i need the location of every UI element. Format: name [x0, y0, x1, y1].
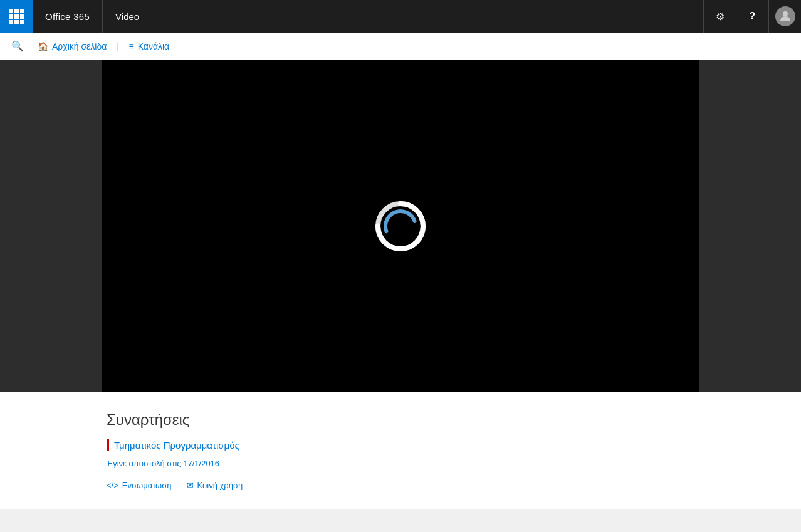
action-links: </> Ενσωμάτωση ✉ Κοινή χρήση — [107, 481, 694, 490]
channel-name-link[interactable]: Τμηματικός Προγραμματισμός — [114, 440, 239, 451]
page-title: Video — [115, 11, 139, 22]
app-title-section: Office 365 — [33, 0, 103, 33]
loading-spinner — [375, 201, 426, 251]
waffle-icon — [9, 9, 24, 24]
content-area — [0, 60, 801, 392]
search-button[interactable]: 🔍 — [6, 35, 29, 58]
info-section: Συναρτήσεις Τμηματικός Προγραμματισμός Έ… — [0, 392, 801, 509]
nav-separator: | — [117, 42, 118, 51]
video-title: Συναρτήσεις — [107, 411, 694, 429]
waffle-menu-button[interactable] — [0, 0, 33, 33]
side-panel-right — [699, 60, 801, 392]
side-panel-left — [0, 60, 102, 392]
question-icon: ? — [750, 11, 756, 22]
svg-point-0 — [783, 11, 788, 16]
secondary-navbar: 🔍 🏠 Αρχική σελίδα | ≡ Κανάλια — [0, 33, 801, 60]
upload-date: Έγινε αποστολή στις 17/1/2016 — [107, 459, 694, 468]
page-title-section: Video — [103, 0, 703, 33]
embed-link[interactable]: </> Ενσωμάτωση — [107, 481, 172, 490]
home-icon: 🏠 — [38, 41, 48, 51]
person-icon — [779, 10, 792, 23]
user-avatar-button[interactable] — [768, 0, 801, 33]
avatar — [775, 6, 795, 26]
top-bar-actions: ⚙ ? — [703, 0, 801, 33]
share-label: Κοινή χρήση — [197, 481, 243, 490]
app-title: Office 365 — [45, 11, 90, 22]
svg-point-5 — [389, 215, 412, 237]
spinner-svg — [375, 201, 426, 251]
channels-nav-label: Κανάλια — [138, 41, 170, 51]
home-nav-label: Αρχική σελίδα — [52, 41, 107, 51]
embed-label: Ενσωμάτωση — [122, 481, 172, 490]
help-button[interactable]: ? — [736, 0, 768, 33]
search-icon: 🔍 — [11, 40, 24, 52]
channels-nav-link[interactable]: ≡ Κανάλια — [122, 38, 175, 55]
channel-bar-indicator — [107, 439, 109, 451]
video-player[interactable] — [102, 60, 699, 392]
channels-icon: ≡ — [128, 41, 134, 51]
share-icon: ✉ — [187, 481, 194, 490]
gear-icon: ⚙ — [716, 11, 725, 23]
home-nav-link[interactable]: 🏠 Αρχική σελίδα — [31, 38, 113, 55]
embed-icon: </> — [107, 481, 118, 490]
share-link[interactable]: ✉ Κοινή χρήση — [187, 481, 243, 490]
top-navbar: Office 365 Video ⚙ ? — [0, 0, 801, 33]
channel-label: Τμηματικός Προγραμματισμός — [107, 439, 694, 451]
settings-button[interactable]: ⚙ — [703, 0, 736, 33]
